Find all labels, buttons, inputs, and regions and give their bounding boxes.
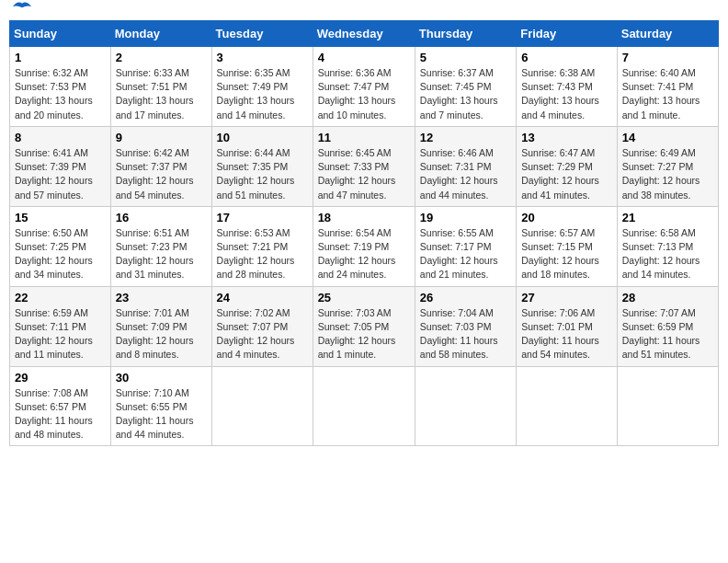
day-number: 27 <box>521 291 612 304</box>
day-number: 6 <box>521 51 612 64</box>
day-info: Sunrise: 6:32 AMSunset: 7:53 PMDaylight:… <box>15 67 93 121</box>
calendar-cell: 14 Sunrise: 6:49 AMSunset: 7:27 PMDaylig… <box>617 126 718 206</box>
logo-bird-icon <box>13 0 31 13</box>
day-info: Sunrise: 6:50 AMSunset: 7:25 PMDaylight:… <box>15 227 93 281</box>
day-number: 16 <box>116 211 207 224</box>
logo <box>9 9 31 13</box>
calendar-cell <box>313 366 415 446</box>
day-number: 24 <box>217 291 308 304</box>
day-info: Sunrise: 6:55 AMSunset: 7:17 PMDaylight:… <box>420 227 498 281</box>
weekday-header-thursday: Thursday <box>415 21 516 47</box>
day-info: Sunrise: 6:40 AMSunset: 7:41 PMDaylight:… <box>622 67 700 121</box>
calendar-cell: 10 Sunrise: 6:44 AMSunset: 7:35 PMDaylig… <box>211 126 313 206</box>
day-number: 9 <box>116 131 207 144</box>
day-info: Sunrise: 6:36 AMSunset: 7:47 PMDaylight:… <box>318 67 396 121</box>
calendar-cell: 24 Sunrise: 7:02 AMSunset: 7:07 PMDaylig… <box>211 286 313 366</box>
day-info: Sunrise: 6:33 AMSunset: 7:51 PMDaylight:… <box>116 67 194 121</box>
calendar-cell: 2 Sunrise: 6:33 AMSunset: 7:51 PMDayligh… <box>110 47 211 127</box>
calendar-cell: 4 Sunrise: 6:36 AMSunset: 7:47 PMDayligh… <box>313 47 415 127</box>
calendar-week-3: 15 Sunrise: 6:50 AMSunset: 7:25 PMDaylig… <box>10 206 719 286</box>
day-info: Sunrise: 7:07 AMSunset: 6:59 PMDaylight:… <box>622 307 700 361</box>
calendar-cell: 5 Sunrise: 6:37 AMSunset: 7:45 PMDayligh… <box>415 47 516 127</box>
calendar-cell: 15 Sunrise: 6:50 AMSunset: 7:25 PMDaylig… <box>10 206 111 286</box>
day-number: 17 <box>217 211 308 224</box>
calendar-cell: 18 Sunrise: 6:54 AMSunset: 7:19 PMDaylig… <box>313 206 415 286</box>
day-number: 29 <box>15 371 106 385</box>
day-number: 21 <box>622 211 713 224</box>
day-info: Sunrise: 6:46 AMSunset: 7:31 PMDaylight:… <box>420 147 498 201</box>
calendar-week-4: 22 Sunrise: 6:59 AMSunset: 7:11 PMDaylig… <box>10 286 719 366</box>
calendar-table: SundayMondayTuesdayWednesdayThursdayFrid… <box>9 20 719 446</box>
day-info: Sunrise: 7:08 AMSunset: 6:57 PMDaylight:… <box>15 387 93 441</box>
day-number: 22 <box>15 291 106 304</box>
day-info: Sunrise: 7:04 AMSunset: 7:03 PMDaylight:… <box>420 307 498 361</box>
day-number: 3 <box>217 51 308 64</box>
calendar-cell: 16 Sunrise: 6:51 AMSunset: 7:23 PMDaylig… <box>110 206 211 286</box>
day-number: 26 <box>420 291 511 304</box>
calendar-cell: 29 Sunrise: 7:08 AMSunset: 6:57 PMDaylig… <box>10 366 111 446</box>
day-number: 10 <box>217 131 308 144</box>
weekday-header-monday: Monday <box>110 21 211 47</box>
day-info: Sunrise: 6:59 AMSunset: 7:11 PMDaylight:… <box>15 307 93 361</box>
day-info: Sunrise: 6:47 AMSunset: 7:29 PMDaylight:… <box>521 147 599 201</box>
weekday-header-sunday: Sunday <box>10 21 111 47</box>
day-info: Sunrise: 6:54 AMSunset: 7:19 PMDaylight:… <box>318 227 396 281</box>
calendar-cell: 8 Sunrise: 6:41 AMSunset: 7:39 PMDayligh… <box>10 126 111 206</box>
day-number: 11 <box>318 131 410 144</box>
calendar-cell: 13 Sunrise: 6:47 AMSunset: 7:29 PMDaylig… <box>517 126 618 206</box>
day-info: Sunrise: 6:57 AMSunset: 7:15 PMDaylight:… <box>521 227 599 281</box>
calendar-cell: 6 Sunrise: 6:38 AMSunset: 7:43 PMDayligh… <box>517 47 618 127</box>
calendar-cell: 3 Sunrise: 6:35 AMSunset: 7:49 PMDayligh… <box>211 47 313 127</box>
calendar-cell: 20 Sunrise: 6:57 AMSunset: 7:15 PMDaylig… <box>517 206 618 286</box>
calendar-cell: 27 Sunrise: 7:06 AMSunset: 7:01 PMDaylig… <box>517 286 618 366</box>
calendar-cell: 9 Sunrise: 6:42 AMSunset: 7:37 PMDayligh… <box>110 126 211 206</box>
calendar-cell <box>211 366 313 446</box>
day-info: Sunrise: 6:44 AMSunset: 7:35 PMDaylight:… <box>217 147 295 201</box>
day-number: 4 <box>318 51 410 64</box>
day-info: Sunrise: 7:01 AMSunset: 7:09 PMDaylight:… <box>116 307 194 361</box>
day-number: 5 <box>420 51 511 64</box>
weekday-header-saturday: Saturday <box>617 21 718 47</box>
calendar-cell: 21 Sunrise: 6:58 AMSunset: 7:13 PMDaylig… <box>617 206 718 286</box>
calendar-cell: 25 Sunrise: 7:03 AMSunset: 7:05 PMDaylig… <box>313 286 415 366</box>
weekday-header-wednesday: Wednesday <box>313 21 415 47</box>
day-number: 19 <box>420 211 511 224</box>
day-info: Sunrise: 7:06 AMSunset: 7:01 PMDaylight:… <box>521 307 599 361</box>
day-info: Sunrise: 6:41 AMSunset: 7:39 PMDaylight:… <box>15 147 93 201</box>
day-number: 25 <box>318 291 410 304</box>
day-info: Sunrise: 6:38 AMSunset: 7:43 PMDaylight:… <box>521 67 599 121</box>
day-number: 18 <box>318 211 410 224</box>
day-number: 1 <box>15 51 106 64</box>
calendar-week-1: 1 Sunrise: 6:32 AMSunset: 7:53 PMDayligh… <box>10 47 719 127</box>
day-number: 7 <box>622 51 713 64</box>
day-number: 15 <box>15 211 106 224</box>
calendar-cell <box>617 366 718 446</box>
calendar-cell <box>517 366 618 446</box>
weekday-header-friday: Friday <box>517 21 618 47</box>
calendar-cell: 12 Sunrise: 6:46 AMSunset: 7:31 PMDaylig… <box>415 126 516 206</box>
day-number: 30 <box>116 371 207 385</box>
calendar-cell: 17 Sunrise: 6:53 AMSunset: 7:21 PMDaylig… <box>211 206 313 286</box>
day-number: 2 <box>116 51 207 64</box>
day-info: Sunrise: 6:45 AMSunset: 7:33 PMDaylight:… <box>318 147 396 201</box>
day-number: 14 <box>622 131 713 144</box>
calendar-cell: 28 Sunrise: 7:07 AMSunset: 6:59 PMDaylig… <box>617 286 718 366</box>
day-info: Sunrise: 7:10 AMSunset: 6:55 PMDaylight:… <box>116 387 194 441</box>
calendar-week-5: 29 Sunrise: 7:08 AMSunset: 6:57 PMDaylig… <box>10 366 719 446</box>
calendar-cell: 30 Sunrise: 7:10 AMSunset: 6:55 PMDaylig… <box>110 366 211 446</box>
day-number: 28 <box>622 291 713 304</box>
day-number: 12 <box>420 131 511 144</box>
day-info: Sunrise: 6:49 AMSunset: 7:27 PMDaylight:… <box>622 147 700 201</box>
calendar-cell: 23 Sunrise: 7:01 AMSunset: 7:09 PMDaylig… <box>110 286 211 366</box>
day-info: Sunrise: 7:03 AMSunset: 7:05 PMDaylight:… <box>318 307 396 361</box>
weekday-header-tuesday: Tuesday <box>211 21 313 47</box>
day-number: 8 <box>15 131 106 144</box>
calendar-cell: 11 Sunrise: 6:45 AMSunset: 7:33 PMDaylig… <box>313 126 415 206</box>
calendar-cell <box>415 366 516 446</box>
day-number: 13 <box>521 131 612 144</box>
day-info: Sunrise: 7:02 AMSunset: 7:07 PMDaylight:… <box>217 307 295 361</box>
calendar-cell: 22 Sunrise: 6:59 AMSunset: 7:11 PMDaylig… <box>10 286 111 366</box>
calendar-cell: 1 Sunrise: 6:32 AMSunset: 7:53 PMDayligh… <box>10 47 111 127</box>
day-info: Sunrise: 6:42 AMSunset: 7:37 PMDaylight:… <box>116 147 194 201</box>
day-info: Sunrise: 6:35 AMSunset: 7:49 PMDaylight:… <box>217 67 295 121</box>
